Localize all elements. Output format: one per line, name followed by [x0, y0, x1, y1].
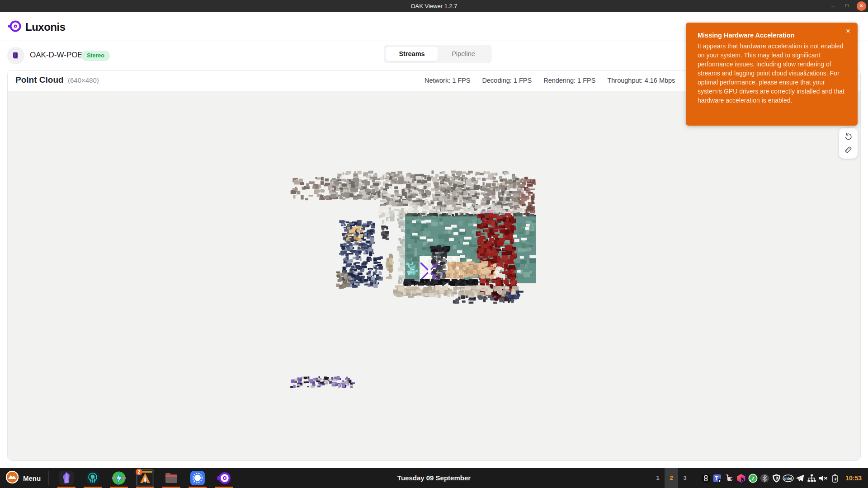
- svg-text:intel: intel: [784, 476, 792, 480]
- jetbrains-toolbox-tray-icon[interactable]: [735, 468, 747, 488]
- taskbar-app-obsidian-icon[interactable]: [53, 468, 80, 488]
- menu-label: Menu: [23, 474, 41, 482]
- device-icon: [12, 52, 20, 60]
- point-cloud-panel: Point Cloud (640×480) Network: 1 FPSDeco…: [7, 70, 861, 461]
- taskbar-app-oak-app-icon[interactable]: 2: [132, 468, 158, 488]
- obsidian-icon: [58, 470, 75, 487]
- close-button[interactable]: ×: [857, 1, 866, 11]
- brand: Luxonis: [8, 19, 66, 35]
- toast-body: It appears that hardware acceleration is…: [698, 42, 846, 105]
- measure-ruler-icon: [844, 145, 853, 154]
- network-tray-icon[interactable]: [806, 468, 817, 488]
- hardware-acceleration-toast: × Missing Hardware Acceleration It appea…: [686, 23, 858, 126]
- point-cloud-viewport[interactable]: [8, 91, 860, 460]
- taskbar-app-files-icon[interactable]: [158, 468, 184, 488]
- reset-view-button[interactable]: [843, 131, 854, 142]
- oak-viewer-icon: [216, 470, 232, 487]
- signal-icon: [189, 470, 206, 487]
- octopus-tray-icon[interactable]: [700, 468, 712, 488]
- svg-text:Z: Z: [751, 475, 755, 481]
- toast-close-icon[interactable]: ×: [846, 27, 850, 35]
- taskbar-app-lightning-icon[interactable]: [106, 468, 132, 488]
- workspace-switcher: 123: [651, 468, 692, 488]
- svg-text:T: T: [715, 475, 718, 481]
- menu-button[interactable]: Menu: [4, 468, 45, 488]
- workspace-2[interactable]: 2: [665, 468, 678, 488]
- taskbar: Menu 2 Tuesday 09 September 123 TCZintel…: [0, 468, 868, 488]
- menu-logo-icon: [5, 470, 19, 486]
- taskbar-app-signal-icon[interactable]: [184, 468, 211, 488]
- volume-muted-tray-icon[interactable]: [817, 468, 829, 488]
- panel-title: Point Cloud: [15, 75, 64, 85]
- brand-name: Luxonis: [25, 21, 66, 33]
- stat-item: Rendering: 1 FPS: [543, 77, 595, 84]
- reset-view-icon: [844, 133, 853, 141]
- files-icon: [163, 470, 180, 487]
- clipboard-tray-icon[interactable]: C: [723, 468, 735, 488]
- tab-streams[interactable]: Streams: [386, 47, 438, 61]
- telegram-tray-icon[interactable]: [794, 468, 806, 488]
- workspace-1[interactable]: 1: [651, 468, 665, 488]
- tab-pipeline[interactable]: Pipeline: [438, 47, 489, 61]
- stat-item: Throughput: 4.16 Mbps: [607, 77, 675, 84]
- stream-stats: Network: 1 FPSDecoding: 1 FPSRendering: …: [425, 77, 706, 84]
- toast-title: Missing Hardware Acceleration: [698, 32, 846, 39]
- battery-tray-icon[interactable]: [829, 468, 841, 488]
- stat-item: Network: 1 FPS: [425, 77, 471, 84]
- stat-item: Decoding: 1 FPS: [482, 77, 532, 84]
- window-titlebar: OAK Viewer 1.2.7 – □ ×: [0, 0, 868, 12]
- luxonis-logo-icon: [8, 19, 22, 35]
- green-chat-tray-icon[interactable]: Z: [747, 468, 759, 488]
- system-tray: TCZintel: [700, 468, 841, 488]
- shield-tray-icon[interactable]: [770, 468, 782, 488]
- taskbar-clock[interactable]: 10:53: [845, 474, 862, 482]
- maximize-button[interactable]: □: [840, 0, 854, 12]
- device-name: OAK-D-W-POE: [30, 51, 83, 60]
- lightning-icon: [111, 470, 127, 487]
- panel-resolution: (640×480): [68, 76, 99, 84]
- window-title: OAK Viewer 1.2.7: [0, 0, 868, 12]
- taskbar-app-kraken-icon[interactable]: [80, 468, 106, 488]
- viewer-tools: [839, 128, 858, 159]
- device-stereo-badge: Stereo: [81, 51, 110, 61]
- taskbar-separator: [48, 471, 49, 485]
- notification-badge: 2: [136, 469, 142, 475]
- measure-button[interactable]: [843, 144, 854, 155]
- taskbar-right: 123 TCZintel 10:53: [651, 468, 865, 488]
- tux-tray-icon[interactable]: T: [712, 468, 723, 488]
- taskbar-app-oak-viewer-icon[interactable]: [211, 468, 237, 488]
- minimize-button[interactable]: –: [826, 0, 840, 12]
- taskbar-apps: 2: [53, 468, 237, 488]
- device-avatar: [7, 47, 24, 64]
- intel-tray-icon[interactable]: intel: [782, 468, 794, 488]
- bluetooth-tray-icon[interactable]: [759, 468, 770, 488]
- view-tabs: StreamsPipeline: [384, 45, 491, 63]
- point-cloud-canvas[interactable]: [8, 91, 860, 460]
- kraken-icon: [85, 470, 101, 487]
- workspace-3[interactable]: 3: [678, 468, 692, 488]
